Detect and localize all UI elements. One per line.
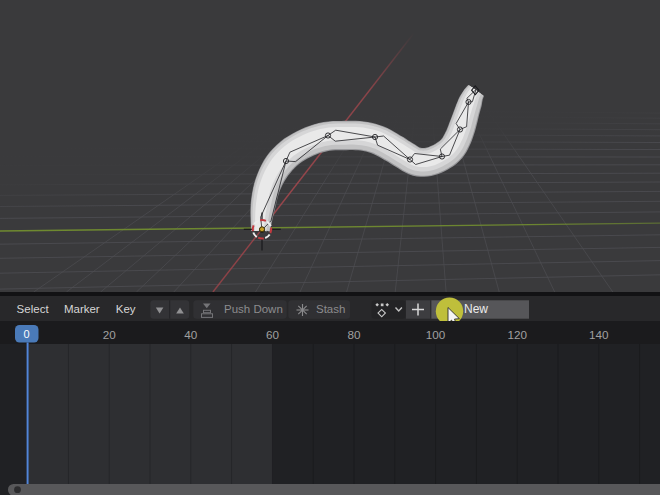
svg-text:Push Down: Push Down (224, 303, 283, 315)
svg-text:80: 80 (347, 328, 361, 341)
svg-text:120: 120 (507, 328, 527, 341)
svg-text:60: 60 (266, 328, 280, 341)
svg-text:Key: Key (116, 303, 136, 315)
svg-text:Select: Select (17, 303, 50, 315)
svg-text:140: 140 (589, 328, 609, 341)
svg-text:40: 40 (184, 328, 198, 341)
svg-text:New: New (464, 302, 488, 316)
svg-text:0: 0 (24, 328, 30, 340)
svg-text:Stash: Stash (316, 303, 345, 315)
svg-text:Marker: Marker (64, 303, 100, 315)
svg-text:20: 20 (103, 328, 117, 341)
svg-text:100: 100 (426, 328, 446, 341)
